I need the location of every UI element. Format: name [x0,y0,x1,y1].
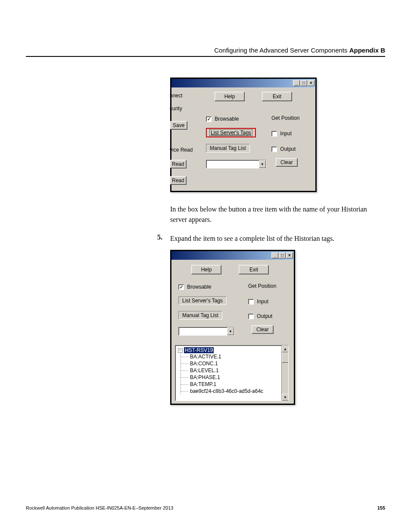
output-checkbox[interactable]: ✓ [271,146,277,152]
scrollbar[interactable]: ▲ ▼ [281,345,288,401]
combo-dropdown[interactable]: ▼ [206,160,266,168]
publication-info: Rockwell Automation Publication HSE-IN02… [26,505,173,510]
tree-child[interactable]: bae9cf24-c8b3-46c0-ad5d-a64c [176,388,287,395]
header-rule [26,56,385,57]
tree-child[interactable]: BA:PHASE.1 [176,374,287,381]
list-servers-tags-button-2[interactable]: List Server's Tags [178,296,227,305]
browsable-checkbox[interactable]: ✓ [206,116,212,122]
help-button[interactable]: Help [215,92,245,101]
tag-tree[interactable]: −HST-RSV19 BA:ACTIVE.1 BA:CONC.1 BA:LEVE… [175,345,289,401]
page-header: Configuring the Advanced Server Componen… [214,47,385,54]
header-appendix: Appendix B [349,47,385,54]
maximize-button[interactable]: □ [300,80,307,86]
exit-button[interactable]: Exit [262,92,292,101]
paragraph-1: In the box below the button a tree item … [170,204,385,225]
page-number: 155 [377,505,385,510]
input-label-2: Input [257,299,268,305]
header-section: Configuring the Advanced Server Componen… [214,47,347,54]
get-position-label: Get Position [271,115,299,121]
screenshot-1: _ □ × nnect curity Save vice Read Read R… [170,78,317,192]
chevron-down-icon: ▼ [259,160,266,168]
input-checkbox-2[interactable]: ✓ [248,299,254,305]
minimize-button-2[interactable]: _ [271,252,278,258]
save-button[interactable]: Save [170,121,187,130]
clear-button[interactable]: Clear [276,158,298,167]
step-number: 5. [157,233,170,244]
tree-child[interactable]: BA:ACTIVE.1 [176,353,287,360]
output-label: Output [280,146,296,152]
window-titlebar-2: _ □ × [171,251,294,260]
tree-child[interactable]: BA:TEMP.1 [176,381,287,388]
input-checkbox[interactable]: ✓ [271,131,277,137]
page-footer: Rockwell Automation Publication HSE-IN02… [26,505,385,510]
step-5: 5. Expand the item to see a complete lis… [157,233,372,244]
clear-button-2[interactable]: Clear [252,325,274,334]
manual-tag-list-button[interactable]: Manual Tag List [206,144,250,152]
close-button[interactable]: × [308,80,314,86]
output-checkbox-2[interactable]: ✓ [248,314,254,319]
get-position-label-2: Get Position [248,283,276,289]
input-label: Input [280,131,292,137]
tree-child[interactable]: BA:LEVEL.1 [176,367,287,374]
scroll-up-icon[interactable]: ▲ [282,345,289,352]
screenshot-2: _ □ × Help Exit ✓ Browsable Get Position [170,250,295,405]
window-titlebar: _ □ × [171,79,315,87]
help-button-2[interactable]: Help [191,265,221,274]
read-button-2[interactable]: Read [170,176,187,185]
minimize-button[interactable]: _ [293,80,300,86]
fragment-nnect: nnect [170,93,182,99]
browsable-checkbox-2[interactable]: ✓ [178,284,184,290]
scroll-thumb[interactable] [282,352,289,363]
tree-root-node[interactable]: HST-RSV19 [184,347,214,353]
fragment-vice-read: vice Read [170,147,193,153]
browsable-label: Browsable [215,116,239,122]
combo-dropdown-2[interactable]: ▼ [178,327,234,336]
step-text: Expand the item to see a complete list o… [170,233,334,244]
output-label-2: Output [257,313,272,319]
collapse-icon[interactable]: − [178,348,183,353]
fragment-curity: curity [170,106,182,112]
read-button-1[interactable]: Read [170,160,187,168]
list-servers-tags-button[interactable]: List Server's Tags [206,128,256,137]
exit-button-2[interactable]: Exit [239,265,269,274]
tree-child[interactable]: BA:CONC.1 [176,360,287,367]
maximize-button-2[interactable]: □ [279,252,286,258]
close-button-2[interactable]: × [286,252,293,258]
chevron-down-icon-2: ▼ [227,327,234,335]
manual-tag-list-button-2[interactable]: Manual Tag List [178,311,222,320]
browsable-label-2: Browsable [187,284,211,290]
scroll-down-icon[interactable]: ▼ [282,394,289,401]
